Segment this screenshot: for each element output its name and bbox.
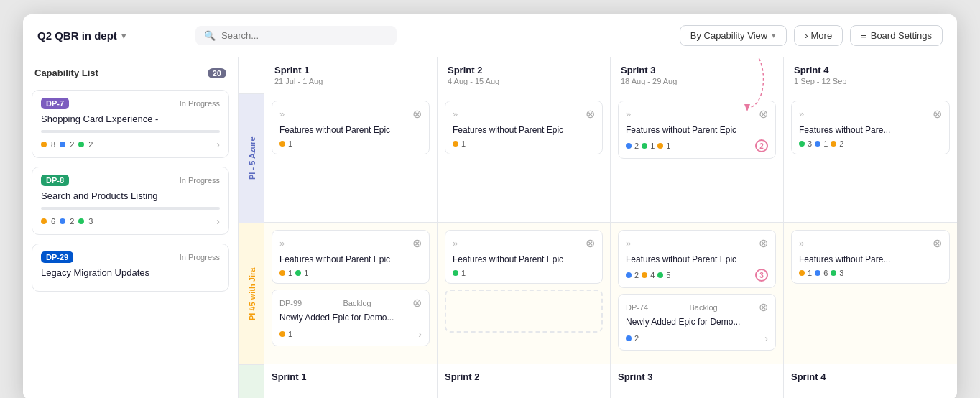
feature-card-r2-s1[interactable]: » ⊗ Features without Parent Epic 1 1 [272,230,430,284]
dot-r2s2-1 [453,270,458,276]
pi-icon-r2-s4: ⊗ [933,236,942,250]
expand-icon-r1-s4: » [799,108,804,119]
feature-dots-r1-s4: 3 1 2 [799,139,942,148]
dot-r1s4-3 [831,141,836,147]
main-layout: Capability List 20 DP-7 In Progress Shop… [23,57,957,398]
row-label-jira: PI #5 with Jira [239,223,264,364]
dot-green-dp8 [78,218,84,224]
app-title[interactable]: Q2 QBR in dept ▾ [37,29,181,42]
feature-dots-r2-s2: 1 [453,269,595,277]
capability-card-dp7[interactable]: DP-7 In Progress Shopping Card Experienc… [32,90,229,158]
dot-count-r1s1-1: 1 [288,139,292,148]
dot-r2s3-3 [657,272,663,278]
dot-r1s3-2 [642,143,647,149]
top-actions: By Capability View ▾ › More ≡ Board Sett… [680,25,943,46]
dot-count-blue-dp8: 2 [70,217,74,226]
dot-r2s4-3 [831,270,836,276]
card-status-dp7: In Progress [180,99,220,108]
feature-card-r1-s3[interactable]: » ⊗ Features without Parent Epic 2 1 [618,101,776,159]
dot-count-orange-dp7: 8 [51,140,55,149]
feature-card-r2-s2[interactable]: » ⊗ Features without Parent Epic 1 [445,230,603,284]
pi-icon-r1-s1: ⊗ [412,107,422,121]
expand-icon-r1-s2: » [453,108,458,119]
view-selector-button[interactable]: By Capability View ▾ [680,25,787,46]
feature-dots-r1-s3: 2 1 1 2 [626,139,768,152]
annotation-badge-r1s3: 2 [755,139,768,152]
feature-card-wrap-r1-s3: » ⊗ Features without Parent Epic 2 1 [618,101,776,159]
search-input[interactable] [221,30,388,41]
card-bar-dp8 [41,207,220,210]
epic-arrow-dp74: › [764,333,768,344]
capability-card-dp29[interactable]: DP-29 In Progress Legacy Migration Updat… [32,244,229,292]
dot-green-dp7 [78,142,84,147]
feature-card-header-r1-s2: » ⊗ [453,107,595,121]
board-grid: Sprint 1 21 Jul - 1 Aug Sprint 2 4 Aug -… [239,57,957,398]
more-button[interactable]: › More [794,25,843,46]
sprint-header-1: Sprint 1 21 Jul - 1 Aug [264,57,438,93]
row-label-azure: PI - 5 Azure [239,93,264,223]
dot-count-r1s4-2: 1 [823,139,828,148]
feature-dots-r1-s1: 1 [279,139,422,148]
board-cell-r3-s1: Sprint 1 [264,364,438,398]
dot-count-r1s4-1: 3 [808,139,812,148]
dot-count-blue-dp7: 2 [70,140,74,149]
sprint-r3-1-name: Sprint 1 [272,371,430,382]
sprint-r3-2-name: Sprint 2 [445,371,603,382]
feature-card-r2-s4[interactable]: » ⊗ Features without Pare... 1 6 3 [791,230,950,284]
board-cell-r3-s2: Sprint 2 [438,364,611,398]
search-bar[interactable]: 🔍 [195,26,397,45]
epic-card-dp74[interactable]: DP-74 Backlog ⊗ Newly Added Epic for Dem… [618,294,776,351]
sidebar-title: Capability List [34,68,98,78]
board-cell-r1-s3: » ⊗ Features without Parent Epic 2 1 [611,93,784,223]
board-cell-r1-s4: » ⊗ Features without Pare... 3 1 2 [784,93,957,223]
card-top-dp8: DP-8 In Progress [41,175,220,186]
card-dots-dp8: 6 2 3 › [41,216,220,227]
feature-card-r2-s3[interactable]: » ⊗ Features without Parent Epic 2 4 [618,230,776,288]
feature-dots-r1-s2: 1 [453,139,595,148]
search-icon: 🔍 [204,30,216,41]
expand-icon-r2-s1: » [279,238,285,249]
annotation-badge-r2s3: 3 [755,269,768,282]
sidebar-count: 20 [208,68,226,78]
board-cell-r1-s2: » ⊗ Features without Parent Epic 1 [438,93,611,223]
dot-r1s4-1 [799,141,805,147]
feature-dots-r2-s4: 1 6 3 [799,269,942,277]
feature-title-r2-s1: Features without Parent Epic [279,254,422,264]
epic-status-dp99: Backlog [343,299,371,307]
dot-orange-dp7 [41,142,47,147]
feature-card-r1-s4[interactable]: » ⊗ Features without Pare... 3 1 2 [791,101,950,154]
dot-count-dp74-1: 2 [634,334,639,343]
card-status-dp8: In Progress [180,176,220,185]
epic-dots-dp74: 2 › [626,333,768,344]
capability-card-dp8[interactable]: DP-8 In Progress Search and Products Lis… [32,167,229,235]
sprint-header-2: Sprint 2 4 Aug - 15 Aug [438,57,611,93]
dot-count-r2s3-1: 2 [634,271,639,279]
dot-count-r2s3-2: 4 [650,271,655,279]
sprint-header-3: Sprint 3 18 Aug - 29 Aug [611,57,784,93]
expand-icon-r2-s2: » [453,238,458,249]
dots-left-dp7: 8 2 2 [41,140,93,149]
dot-r1s3-3 [657,143,663,149]
expand-icon-r2-s4: » [799,238,804,249]
board-settings-button[interactable]: ≡ Board Settings [850,25,943,46]
feature-card-r1-s1[interactable]: » ⊗ Features without Parent Epic 1 [272,101,430,154]
feature-title-r1-s3: Features without Parent Epic [626,125,768,135]
dot-r2s3-1 [626,272,632,278]
sprint-header-4: Sprint 4 1 Sep - 12 Sep [784,57,957,93]
sprint-3-dates: 18 Aug - 29 Aug [621,77,773,85]
feature-title-r1-s4: Features without Pare... [799,125,942,135]
board-settings-label: Board Settings [871,30,932,41]
card-title-dp8: Search and Products Listing [41,190,220,201]
epic-card-dp99[interactable]: DP-99 Backlog ⊗ Newly Added Epic for Dem… [272,290,430,346]
card-arrow-dp8: › [216,216,220,227]
board-cell-r2-s1: » ⊗ Features without Parent Epic 1 1 [264,223,438,364]
feature-card-r1-s2[interactable]: » ⊗ Features without Parent Epic 1 [445,101,603,154]
dot-count-r2s2-1: 1 [461,269,466,277]
epic-pi-icon-dp74: ⊗ [759,300,768,314]
pi-icon-r1-s2: ⊗ [586,107,595,121]
corner-cell [239,57,264,93]
dot-count-r2s4-3: 3 [839,269,843,277]
top-bar: Q2 QBR in dept ▾ 🔍 By Capability View ▾ … [23,14,957,57]
feature-title-r1-s2: Features without Parent Epic [453,125,595,135]
feature-card-header-r2-s2: » ⊗ [453,236,595,250]
